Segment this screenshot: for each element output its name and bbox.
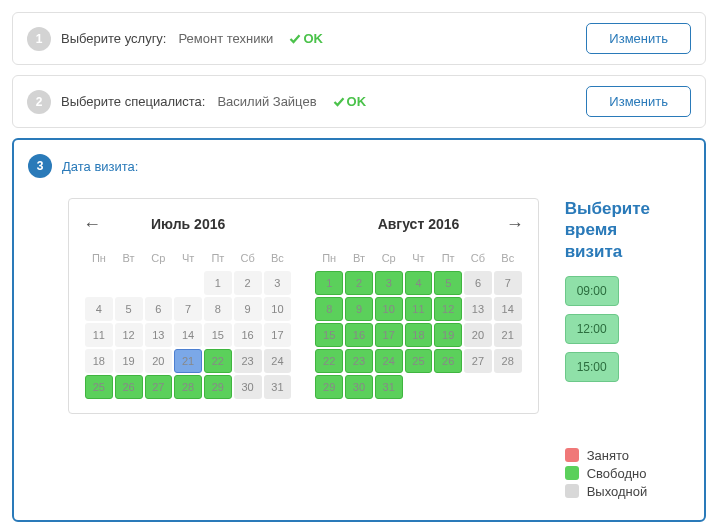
month-title: Август 2016 bbox=[378, 216, 460, 232]
time-slot[interactable]: 15:00 bbox=[565, 352, 619, 382]
swatch-busy bbox=[565, 448, 579, 462]
day-cell: 7 bbox=[494, 271, 522, 295]
time-slots: 09:0012:0015:00 bbox=[565, 276, 650, 382]
day-cell[interactable]: 5 bbox=[434, 271, 462, 295]
day-cell[interactable]: 9 bbox=[345, 297, 373, 321]
day-cell[interactable]: 29 bbox=[204, 375, 232, 399]
day-empty bbox=[115, 271, 143, 295]
day-cell[interactable]: 23 bbox=[345, 349, 373, 373]
step-service: 1 Выберите услугу: Ремонт техники OK Изм… bbox=[12, 12, 706, 65]
day-empty bbox=[405, 375, 433, 399]
day-cell: 18 bbox=[85, 349, 113, 373]
day-cell: 6 bbox=[145, 297, 173, 321]
month-title: Июль 2016 bbox=[151, 216, 225, 232]
day-cell: 23 bbox=[234, 349, 262, 373]
day-cell[interactable]: 21 bbox=[174, 349, 202, 373]
day-cell[interactable]: 30 bbox=[345, 375, 373, 399]
legend-free: Свободно bbox=[587, 466, 647, 481]
calendar: ← Июль 2016 ПнВтСрЧтПтСбВс12345678910111… bbox=[68, 198, 539, 414]
ok-badge: OK bbox=[289, 31, 323, 46]
legend-busy: Занято bbox=[587, 448, 629, 463]
day-cell: 6 bbox=[464, 271, 492, 295]
ok-text: OK bbox=[303, 31, 323, 46]
day-cell[interactable]: 8 bbox=[315, 297, 343, 321]
day-cell[interactable]: 27 bbox=[145, 375, 173, 399]
day-cell: 5 bbox=[115, 297, 143, 321]
legend-off: Выходной bbox=[587, 484, 648, 499]
dow-header: Вс bbox=[264, 247, 292, 269]
day-cell[interactable]: 10 bbox=[375, 297, 403, 321]
day-cell: 27 bbox=[464, 349, 492, 373]
day-cell: 24 bbox=[264, 349, 292, 373]
day-cell[interactable]: 19 bbox=[434, 323, 462, 347]
day-cell: 1 bbox=[204, 271, 232, 295]
calendar-table: ПнВтСрЧтПтСбВс12345678910111213141516171… bbox=[83, 245, 293, 401]
dow-header: Пн bbox=[315, 247, 343, 269]
step-date: 3 Дата визита: ← Июль 2016 ПнВтСрЧтПтСбВ… bbox=[12, 138, 706, 522]
change-service-button[interactable]: Изменить bbox=[586, 23, 691, 54]
day-cell: 2 bbox=[234, 271, 262, 295]
day-empty bbox=[174, 271, 202, 295]
day-cell[interactable]: 25 bbox=[85, 375, 113, 399]
next-month-button[interactable]: → bbox=[506, 214, 524, 235]
check-icon bbox=[333, 96, 345, 108]
calendar-table: ПнВтСрЧтПтСбВс12345678910111213141516171… bbox=[313, 245, 523, 401]
day-cell[interactable]: 26 bbox=[115, 375, 143, 399]
day-cell[interactable]: 1 bbox=[315, 271, 343, 295]
day-cell[interactable]: 2 bbox=[345, 271, 373, 295]
day-cell[interactable]: 31 bbox=[375, 375, 403, 399]
day-cell[interactable]: 17 bbox=[375, 323, 403, 347]
day-cell: 19 bbox=[115, 349, 143, 373]
day-cell[interactable]: 22 bbox=[204, 349, 232, 373]
time-slot[interactable]: 09:00 bbox=[565, 276, 619, 306]
dow-header: Пн bbox=[85, 247, 113, 269]
day-cell: 20 bbox=[464, 323, 492, 347]
day-cell: 21 bbox=[494, 323, 522, 347]
legend: Занято Свободно Выходной bbox=[565, 448, 650, 499]
dow-header: Чт bbox=[174, 247, 202, 269]
swatch-free bbox=[565, 466, 579, 480]
day-cell[interactable]: 24 bbox=[375, 349, 403, 373]
swatch-off bbox=[565, 484, 579, 498]
day-empty bbox=[145, 271, 173, 295]
day-cell: 11 bbox=[85, 323, 113, 347]
day-cell: 7 bbox=[174, 297, 202, 321]
service-value: Ремонт техники bbox=[178, 31, 273, 46]
time-title: Выберите время визита bbox=[565, 198, 650, 262]
day-cell[interactable]: 11 bbox=[405, 297, 433, 321]
day-cell[interactable]: 15 bbox=[315, 323, 343, 347]
day-cell[interactable]: 26 bbox=[434, 349, 462, 373]
day-cell[interactable]: 18 bbox=[405, 323, 433, 347]
day-cell[interactable]: 3 bbox=[375, 271, 403, 295]
day-cell: 28 bbox=[494, 349, 522, 373]
month-right: Август 2016 → ПнВтСрЧтПтСбВс123456789101… bbox=[313, 211, 523, 401]
step-label: Дата визита: bbox=[62, 159, 138, 174]
day-cell[interactable]: 29 bbox=[315, 375, 343, 399]
prev-month-button[interactable]: ← bbox=[83, 214, 101, 235]
check-icon bbox=[289, 33, 301, 45]
day-cell: 10 bbox=[264, 297, 292, 321]
dow-header: Вт bbox=[115, 247, 143, 269]
step-number: 3 bbox=[28, 154, 52, 178]
day-cell[interactable]: 12 bbox=[434, 297, 462, 321]
day-cell[interactable]: 25 bbox=[405, 349, 433, 373]
dow-header: Вс bbox=[494, 247, 522, 269]
ok-text: OK bbox=[347, 94, 367, 109]
day-cell[interactable]: 4 bbox=[405, 271, 433, 295]
day-cell[interactable]: 16 bbox=[345, 323, 373, 347]
dow-header: Ср bbox=[145, 247, 173, 269]
day-empty bbox=[434, 375, 462, 399]
change-specialist-button[interactable]: Изменить bbox=[586, 86, 691, 117]
day-cell[interactable]: 28 bbox=[174, 375, 202, 399]
day-empty bbox=[464, 375, 492, 399]
dow-header: Сб bbox=[464, 247, 492, 269]
day-cell: 9 bbox=[234, 297, 262, 321]
day-cell: 30 bbox=[234, 375, 262, 399]
day-empty bbox=[85, 271, 113, 295]
day-cell[interactable]: 22 bbox=[315, 349, 343, 373]
time-slot[interactable]: 12:00 bbox=[565, 314, 619, 344]
time-panel: Выберите время визита 09:0012:0015:00 За… bbox=[565, 198, 650, 502]
step-label: Выберите специалиста: bbox=[61, 94, 205, 109]
dow-header: Ср bbox=[375, 247, 403, 269]
specialist-value: Василий Зайцев bbox=[217, 94, 316, 109]
